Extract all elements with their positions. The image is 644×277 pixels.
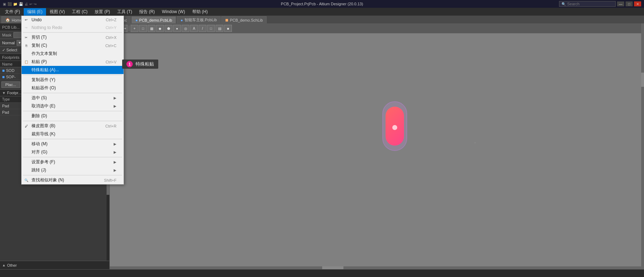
ctx-sep-5 [23, 121, 122, 121]
ct-btn-line[interactable]: / [199, 25, 206, 32]
tooltip-text: 特殊粘贴 [136, 61, 154, 67]
ctx-jump[interactable]: 跳转 (J) ▶ [22, 166, 124, 174]
ct-btn-rect[interactable]: □ [139, 25, 147, 32]
horizontal-scrollbar[interactable] [110, 266, 641, 269]
ctx-cut-shortcut: Ctrl+X [106, 35, 116, 40]
comp-name-2: SOP- [6, 75, 16, 79]
ct-btn-table[interactable]: ▤ [216, 25, 223, 32]
menu-view[interactable]: 视图 (V) [46, 8, 68, 16]
smartcar-icon: ● [181, 18, 183, 22]
ctx-cut[interactable]: ✂ 剪切 (T) Ctrl+X [22, 33, 124, 41]
ctx-set-ref[interactable]: 设置参考 (F) ▶ [22, 158, 124, 166]
maximize-button[interactable]: □ [626, 1, 633, 6]
search-box[interactable]: 🔍 [559, 1, 616, 7]
ctx-move-label: 移动 (M) [32, 141, 47, 147]
title-left: ▣ ⬛ 📁 💾 🖨 ↩ ↪ [3, 2, 36, 6]
tab-schlib[interactable]: ◼ PCB_demo.SchLib [221, 16, 267, 23]
redo-icon: ↪ [24, 25, 29, 30]
menu-help[interactable]: 帮助 (H) [189, 8, 211, 16]
select-label: ✓ Select [2, 48, 17, 52]
canvas-toolbar: T ⟷ + □ ▦ ◆ ⬟ ● ◎ A / □ ▤ ■ [110, 23, 641, 33]
ct-btn-add[interactable]: + [131, 25, 138, 32]
ctx-trim-wire[interactable]: 裁剪导线 (K) [22, 130, 124, 138]
vertical-scrollbar[interactable] [641, 23, 644, 269]
menu-reports[interactable]: 报告 (R) [136, 8, 158, 16]
ctx-find-similar[interactable]: 🔍 查找相似对象 (N) Shift+F [22, 176, 124, 184]
ctx-set-ref-label: 设置参考 (F) [32, 159, 55, 165]
ctx-sep-1 [23, 32, 122, 33]
ctx-cut-label: 剪切 (T) [32, 34, 47, 40]
ctx-align-label: 对齐 (G) [32, 149, 47, 155]
fp-type-col: Type [2, 97, 23, 101]
ctx-sep-2 [23, 75, 122, 75]
menu-bar: 文件 (F) 编辑 (E) 视图 (V) 工程 (C) 放置 (P) 工具 (T… [0, 8, 644, 16]
ctx-set-ref-arrow: ▶ [114, 160, 116, 164]
menu-edit[interactable]: 编辑 (E) [24, 8, 46, 16]
pcb-component[interactable] [382, 101, 407, 151]
ctx-sep-3 [23, 93, 122, 93]
ctx-rubber-stamp-label: 橡皮图章 (B) [32, 123, 55, 129]
close-button[interactable]: ✕ [634, 1, 641, 6]
ct-btn-hex[interactable]: ⬟ [165, 25, 172, 32]
ctx-undo[interactable]: ↩ Undo Ctrl+Z [22, 16, 124, 24]
menu-window[interactable]: Window (W) [158, 9, 188, 15]
ct-btn-grid[interactable]: ▦ [148, 25, 155, 32]
ctx-paste-label: 粘贴 (P) [32, 59, 47, 65]
menu-file[interactable]: 文件 (F) [1, 8, 24, 16]
ctx-deselect[interactable]: 取消选中 (E) ▶ [22, 102, 124, 110]
ctx-move-arrow: ▶ [114, 142, 116, 146]
ctx-rubber-stamp[interactable]: 🖊 橡皮图章 (B) Ctrl+R [22, 122, 124, 130]
place-button[interactable]: Plac... [1, 81, 20, 88]
ctx-special-paste-label: 特殊粘贴 (A)... [32, 67, 59, 73]
h-scroll-thumb[interactable] [322, 266, 343, 269]
tb-icon-3: 💾 [19, 2, 23, 6]
ctx-copy-text[interactable]: 作为文本复制 [22, 50, 124, 58]
menu-place[interactable]: 放置 (P) [91, 8, 113, 16]
ctx-sep-6 [23, 139, 122, 139]
minimize-button[interactable]: — [617, 1, 624, 6]
ct-btn-diamond[interactable]: ◆ [156, 25, 164, 32]
ctx-jump-arrow: ▶ [114, 168, 116, 172]
ctx-copy[interactable]: ⎘ 复制 (C) Ctrl+C [22, 41, 124, 50]
ct-btn-target[interactable]: ◎ [182, 25, 189, 32]
ctx-align[interactable]: 对齐 (G) ▶ [22, 148, 124, 156]
ctx-paste-comp[interactable]: 粘贴器件 (O) [22, 84, 124, 92]
ct-btn-circle[interactable]: ● [173, 25, 181, 32]
lib-icon: ● [135, 18, 138, 22]
tooltip: 1 特殊粘贴 [122, 60, 158, 69]
ctx-redo[interactable]: ↪ Nothing to Redo Ctrl+Y [22, 24, 124, 32]
comp-icon-2: ◼ [2, 75, 5, 79]
ctx-select-arrow: ▶ [114, 96, 116, 100]
ctx-delete[interactable]: 删除 (D) [22, 112, 124, 120]
ctx-sep-7 [23, 157, 122, 157]
ctx-select[interactable]: 选中 (S) ▶ [22, 94, 124, 102]
menu-project[interactable]: 工程 (C) [68, 8, 91, 16]
window-title: PCB_Project.PrjPcb - Altium Designer (20… [281, 2, 363, 6]
ctx-paste-comp-label: 粘贴器件 (O) [32, 85, 56, 91]
search-input[interactable] [567, 2, 610, 6]
ct-btn-font[interactable]: A [190, 25, 198, 32]
ctx-move[interactable]: 移动 (M) ▶ [22, 140, 124, 148]
tb-icon-6: ↪ [34, 2, 36, 6]
app-icon: ▣ [3, 2, 6, 6]
tab-smartcar[interactable]: ● 智能车主板.PcbLib [177, 16, 221, 23]
ctx-paste[interactable]: 📋 粘贴 (P) Ctrl+V [22, 58, 124, 66]
ctx-find-similar-label: 查找相似对象 (N) [32, 177, 64, 183]
ct-btn-rect2[interactable]: □ [207, 25, 215, 32]
tab-pcblib[interactable]: ● PCB_demo.PcbLib [131, 16, 176, 23]
v-scroll-thumb[interactable] [641, 73, 644, 87]
stamp-icon: 🖊 [24, 124, 29, 129]
comp-icon-1: ◼ [2, 69, 5, 72]
other-section: ▲ Other [0, 261, 109, 269]
ctx-deselect-label: 取消选中 (E) [32, 103, 55, 109]
ctx-undo-shortcut: Ctrl+Z [106, 18, 116, 22]
canvas-area[interactable]: T ⟷ + □ ▦ ◆ ⬟ ● ◎ A / □ ▤ ■ [110, 23, 644, 269]
ct-btn-solid[interactable]: ■ [224, 25, 232, 32]
ctx-copy-comp[interactable]: 复制器件 (Y) [22, 76, 124, 84]
menu-tools[interactable]: 工具 (T) [114, 8, 136, 16]
ctx-special-paste[interactable]: 特殊粘贴 (A)... [22, 66, 124, 74]
pcb-outer-ring [382, 101, 407, 151]
ctx-paste-shortcut: Ctrl+V [106, 60, 116, 64]
left-scroll-thumb[interactable] [107, 184, 109, 195]
home-icon: 🏠 [5, 18, 10, 22]
